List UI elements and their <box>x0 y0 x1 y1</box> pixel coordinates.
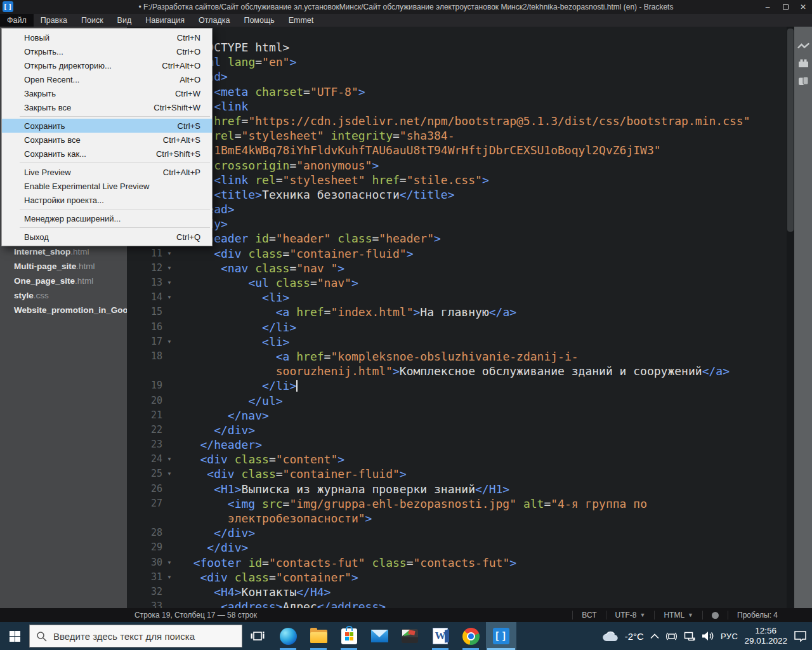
file-menu-item[interactable]: Открыть...Ctrl+O <box>2 44 212 58</box>
menu-debug[interactable]: Отладка <box>192 14 237 27</box>
sidebar-file-item[interactable]: Multi-page_site.html <box>0 259 127 274</box>
code-line[interactable]: 12▼ <nav class="nav "> <box>127 261 787 275</box>
sidebar-file-item[interactable]: One_page_site.html <box>0 274 127 288</box>
fold-arrow-icon[interactable]: ▼ <box>162 555 178 570</box>
code-line[interactable]: 33 <address>Адрес</address> <box>127 599 787 608</box>
code-line[interactable]: 3 <head> <box>127 69 787 84</box>
taskbar-word-button[interactable]: W <box>425 622 455 650</box>
taskbar-store-button[interactable] <box>334 622 364 650</box>
menu-view[interactable]: Вид <box>110 14 139 27</box>
code-line[interactable]: 21 </nav> <box>127 408 787 423</box>
code-line[interactable]: 22 </div> <box>127 423 787 437</box>
extension-manager-icon[interactable] <box>798 59 809 67</box>
code-line[interactable]: 6 <link rel="stylesheet" href="stile.css… <box>127 173 787 187</box>
code-line[interactable]: 25▼ <div class="container-fluid"> <box>127 467 787 481</box>
file-menu-item[interactable]: Настройки проекта... <box>2 193 212 207</box>
fold-arrow-icon[interactable]: ▼ <box>162 452 178 467</box>
chevron-up-icon[interactable] <box>650 633 659 639</box>
code-line[interactable]: 31▼ <div class="container"> <box>127 570 787 585</box>
menu-help[interactable]: Помощь <box>237 14 281 27</box>
fold-arrow-icon[interactable]: ▼ <box>162 261 178 275</box>
code-line[interactable]: 15 <a href="index.html">На главную</a> <box>127 305 787 319</box>
code-line[interactable]: 5 <link <box>127 99 787 114</box>
file-menu-item[interactable]: Open Recent...Alt+O <box>2 72 212 86</box>
file-menu-item[interactable]: Открыть директорию...Ctrl+Alt+O <box>2 58 212 72</box>
code-line[interactable]: 2 <html lang="en"> <box>127 55 787 69</box>
code-line[interactable]: 28 </div> <box>127 526 787 540</box>
menu-edit[interactable]: Правка <box>34 14 74 27</box>
close-button[interactable]: ✕ <box>794 0 812 14</box>
taskbar-edge-button[interactable] <box>273 622 303 650</box>
file-menu-item[interactable]: Live PreviewCtrl+Alt+P <box>2 165 212 179</box>
indent-setting[interactable]: Пробелы: 4 <box>728 611 787 620</box>
weather-cloud-icon[interactable] <box>601 631 619 642</box>
code-line[interactable]: 27 <img src="img/gruppa-ehl-bezopasnosti… <box>127 496 787 511</box>
file-menu-item[interactable]: Закрыть всеCtrl+Shift+W <box>2 100 212 114</box>
code-line[interactable]: 24▼ <div class="content"> <box>127 452 787 467</box>
file-menu-item[interactable]: Enable Experimental Live Preview <box>2 179 212 193</box>
notification-icon[interactable] <box>794 630 807 642</box>
task-view-button[interactable] <box>242 622 273 650</box>
editor-scrollbar[interactable] <box>787 27 794 608</box>
file-menu-item[interactable]: ЗакрытьCtrl+W <box>2 86 212 100</box>
code-line[interactable]: электробезопасности"> <box>127 511 787 526</box>
code-line[interactable]: 8 </head> <box>127 202 787 216</box>
fold-arrow-icon[interactable]: ▼ <box>162 275 178 290</box>
code-line[interactable]: 13▼ <ul class="nav"> <box>127 275 787 290</box>
code-line[interactable]: rel="stylesheet" integrity="sha384- <box>127 128 787 143</box>
volume-icon[interactable] <box>702 631 714 641</box>
file-menu-item[interactable]: Сохранить как...Ctrl+Shift+S <box>2 147 212 161</box>
start-button[interactable] <box>0 622 29 650</box>
menu-emmet[interactable]: Emmet <box>282 14 321 27</box>
code-line[interactable]: crossorigin="anonymous"> <box>127 158 787 173</box>
code-line[interactable]: 16 </li> <box>127 320 787 335</box>
code-line[interactable]: 19 </li> <box>127 378 787 393</box>
code-line[interactable]: 11▼ <div class="container-fluid"> <box>127 246 787 261</box>
menu-file[interactable]: Файл <box>0 14 34 27</box>
code-line[interactable]: 23 </header> <box>127 437 787 452</box>
code-line[interactable]: 9 <body> <box>127 216 787 231</box>
taskbar-brackets-button[interactable]: [] <box>486 622 516 650</box>
file-menu-item[interactable]: ВыходCtrl+Q <box>2 230 212 244</box>
file-menu-item[interactable]: СохранитьCtrl+S <box>2 119 212 133</box>
fold-arrow-icon[interactable]: ▼ <box>162 290 178 305</box>
fold-arrow-icon[interactable]: ▼ <box>162 570 178 585</box>
code-line[interactable]: 7 <title>Техника безопасности</title> <box>127 187 787 202</box>
file-menu-item[interactable]: Менеджер расширений... <box>2 211 212 225</box>
minimize-button[interactable]: – <box>759 0 776 14</box>
menu-navigate[interactable]: Навигация <box>138 14 192 27</box>
lint-status-indicator[interactable] <box>703 612 728 619</box>
code-editor[interactable]: 1 <!DOCTYPE html>2 <html lang="en">3 <he… <box>127 27 787 608</box>
code-line[interactable]: 4 <meta charset="UTF-8"> <box>127 84 787 99</box>
fold-arrow-icon[interactable]: ▼ <box>162 246 178 261</box>
language-select[interactable]: HTML▼ <box>655 611 702 620</box>
code-line[interactable]: 10 <header id="header" class="header"> <box>127 231 787 246</box>
code-line[interactable]: 17▼ <li> <box>127 335 787 349</box>
taskbar-wallet-button[interactable] <box>395 622 425 650</box>
maximize-button[interactable] <box>776 0 794 14</box>
code-line[interactable]: 14▼ <li> <box>127 290 787 305</box>
cast-display-icon[interactable] <box>665 632 678 641</box>
taskbar-chrome-button[interactable] <box>455 622 486 650</box>
sidebar-file-item[interactable]: style.css <box>0 288 127 303</box>
sidebar-file-item[interactable]: Internet_shop.html <box>0 244 127 259</box>
code-line[interactable]: 18 <a href="kompleksnoe-obsluzhivanie-zd… <box>127 349 787 364</box>
live-preview-icon[interactable] <box>797 42 809 50</box>
taskbar-mail-button[interactable] <box>364 622 395 650</box>
code-line[interactable]: 32 <H4>Контакты</H4> <box>127 585 787 599</box>
menu-find[interactable]: Поиск <box>74 14 110 27</box>
keyboard-language-indicator[interactable]: РУС <box>721 632 738 641</box>
temperature-label[interactable]: -2°C <box>625 631 644 642</box>
code-line[interactable]: 26 <H1>Выписка из журнала проверки знани… <box>127 482 787 496</box>
taskbar-explorer-button[interactable] <box>303 622 334 650</box>
code-line[interactable]: 20 </ul> <box>127 394 787 408</box>
code-line[interactable]: 1BmE4kWBq78iYhFldvKuhfTAU6auU8tT94WrHftj… <box>127 143 787 157</box>
insert-mode-toggle[interactable]: ВСТ <box>573 611 605 620</box>
encoding-select[interactable]: UTF-8▼ <box>606 611 655 620</box>
scrollbar-thumb[interactable] <box>787 29 794 232</box>
snippets-icon[interactable] <box>798 76 809 86</box>
code-line[interactable]: sooruzhenij.html">Комплексное обслуживан… <box>127 364 787 378</box>
network-icon[interactable] <box>684 632 695 641</box>
code-line[interactable]: href="https://cdn.jsdelivr.net/npm/boots… <box>127 114 787 128</box>
code-line[interactable]: 30▼ <footer id="contacts-fut" class="con… <box>127 555 787 570</box>
